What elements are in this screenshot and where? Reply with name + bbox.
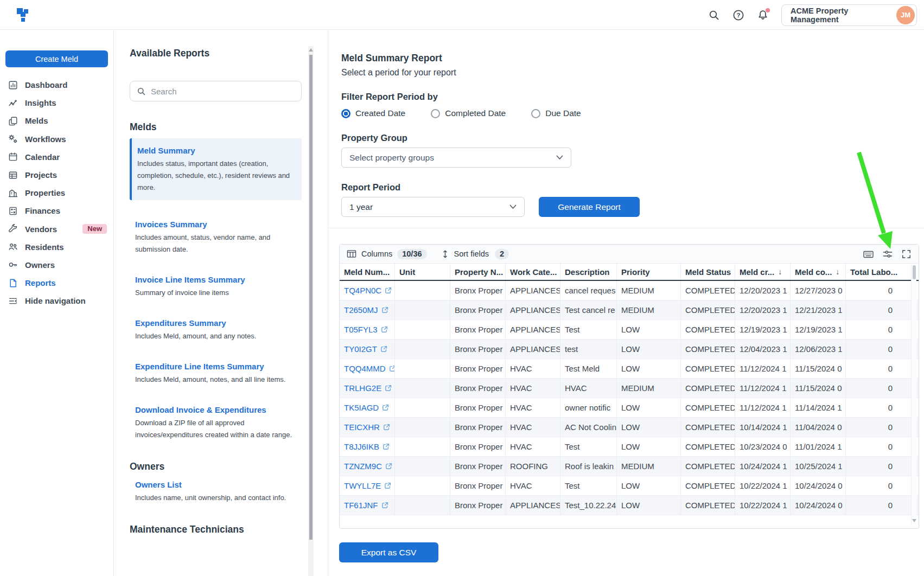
cell: COMPLETED. <box>680 437 735 456</box>
sidebar-item-hide-navigation[interactable]: Hide navigation <box>0 292 113 310</box>
radio-unselected-icon[interactable] <box>431 109 440 118</box>
column-header[interactable]: Work Cate... <box>505 264 560 280</box>
sidebar-item-residents[interactable]: Residents <box>0 238 113 256</box>
cell <box>394 320 450 339</box>
search-icon[interactable] <box>708 9 720 21</box>
sort-fields-label[interactable]: Sort fields <box>454 249 489 258</box>
org-switcher[interactable]: ACME Property Management JM <box>781 4 917 26</box>
sidebar-item-calendar[interactable]: Calendar <box>0 148 113 166</box>
search-input[interactable] <box>151 87 295 96</box>
scroll-down-arrow-icon[interactable] <box>912 519 916 522</box>
radio-created-date[interactable]: Created Date <box>341 108 405 118</box>
meld-link[interactable]: TRLHG2E <box>344 383 392 393</box>
sidebar-item-insights[interactable]: Insights <box>0 94 113 112</box>
scrollbar-thumb[interactable] <box>309 55 313 540</box>
cell: TQQ4MMD <box>340 359 394 378</box>
column-header[interactable]: Property N... <box>450 264 505 280</box>
cell: APPLIANCES <box>505 300 560 319</box>
report-item-invoices-summary[interactable]: Invoices Summary Includes amount, status… <box>130 220 302 255</box>
keyboard-shortcuts-icon[interactable] <box>863 249 874 259</box>
radio-due-date[interactable]: Due Date <box>531 108 581 118</box>
sidebar-item-workflows[interactable]: Workflows <box>0 130 113 148</box>
cell: Bronx Proper <box>450 437 505 456</box>
columns-label[interactable]: Columns <box>361 249 392 258</box>
column-header[interactable]: Unit <box>394 264 450 280</box>
notifications-bell-icon[interactable] <box>757 9 769 21</box>
meld-link[interactable]: TQQ4MMD <box>344 364 394 373</box>
column-header[interactable]: Meld Num... <box>340 264 394 280</box>
meld-link[interactable]: TQ4PN0C <box>344 286 392 295</box>
table-row: T8JJ6IKBBronx ProperHVACTestLOWCOMPLETED… <box>340 437 919 457</box>
cell: COMPLETED. <box>680 340 735 359</box>
cell: COMPLETED. <box>680 457 735 476</box>
meld-link[interactable]: TWYLL7E <box>344 481 391 490</box>
reports-panel-scrollbar[interactable] <box>308 46 314 576</box>
radio-completed-date[interactable]: Completed Date <box>431 108 506 118</box>
workflows-gears-icon <box>8 134 18 144</box>
report-item-expenditure-line-items-summary[interactable]: Expenditure Line Items Summary Includes … <box>130 362 302 386</box>
generate-report-button[interactable]: Generate Report <box>539 197 640 217</box>
sidebar-item-finances[interactable]: Finances <box>0 202 113 220</box>
column-header[interactable]: Priority <box>616 264 680 280</box>
meld-link[interactable]: TK5IAGD <box>344 403 389 412</box>
sidebar-nav: Dashboard Insights Melds Workflows <box>0 76 113 310</box>
avatar[interactable]: JM <box>896 6 915 24</box>
meld-link[interactable]: TZNZM9C <box>344 462 392 471</box>
sidebar-item-properties[interactable]: Properties <box>0 184 113 202</box>
owners-key-icon <box>8 260 18 270</box>
property-meld-logo-icon[interactable] <box>16 7 31 22</box>
cell: TY0I2GT <box>340 340 394 359</box>
meld-link[interactable]: TY0I2GT <box>344 344 387 354</box>
fullscreen-icon[interactable] <box>901 249 912 259</box>
sidebar-item-label: Owners <box>25 260 55 270</box>
cell: HVAC <box>505 476 560 495</box>
column-header[interactable]: Total Labo... <box>845 264 912 280</box>
report-item-meld-summary[interactable]: Meld Summary Includes status, important … <box>130 138 302 200</box>
cell: Bronx Proper <box>450 340 505 359</box>
sidebar-item-vendors[interactable]: Vendors New <box>0 220 113 238</box>
meld-link[interactable]: TEICXHR <box>344 423 390 432</box>
sidebar-item-reports[interactable]: Reports <box>0 274 113 292</box>
table-scrollbar[interactable] <box>911 264 916 524</box>
report-period-select[interactable]: 1 year <box>341 197 525 217</box>
sidebar-item-projects[interactable]: Projects <box>0 166 113 184</box>
view-settings-sliders-icon[interactable] <box>882 249 893 259</box>
meld-link[interactable]: T05FYL3 <box>344 325 388 334</box>
report-item-download-invoice-expenditures[interactable]: Download Invoice & Expenditures Download… <box>130 405 302 441</box>
cell: TWYLL7E <box>340 476 394 495</box>
cell: Test Meld <box>560 359 616 378</box>
meld-link[interactable]: T2650MJ <box>344 305 388 315</box>
export-csv-button[interactable]: Export as CSV <box>339 542 438 562</box>
scroll-up-arrow-icon[interactable] <box>309 48 313 52</box>
report-item-invoice-line-items-summary[interactable]: Invoice Line Items Summary Summary of in… <box>130 275 302 299</box>
sidebar-item-owners[interactable]: Owners <box>0 256 113 274</box>
column-header[interactable]: Meld cr...↓ <box>735 264 790 280</box>
help-icon[interactable]: ? <box>732 9 744 21</box>
report-desc: Summary of invoice line items <box>135 287 298 299</box>
report-item-expenditures-summary[interactable]: Expenditures Summary Includes Meld, amou… <box>130 318 302 342</box>
property-group-select[interactable]: Select property groups <box>341 148 571 168</box>
external-link-icon <box>389 365 394 372</box>
column-header[interactable]: Description <box>560 264 616 280</box>
radio-selected-icon[interactable] <box>341 109 351 118</box>
sort-count-badge[interactable]: 2 <box>495 249 509 259</box>
column-header[interactable]: Meld Status <box>680 264 735 280</box>
external-link-icon <box>381 502 388 509</box>
sidebar-item-label: Reports <box>25 278 56 287</box>
section-heading-maintenance-technicians: Maintenance Technicians <box>130 524 302 535</box>
external-link-icon <box>382 404 389 411</box>
report-item-owners-list[interactable]: Owners List Includes name, unit ownershi… <box>130 480 302 504</box>
column-header[interactable]: Meld co...↓ <box>790 264 845 280</box>
create-meld-button[interactable]: Create Meld <box>5 50 108 67</box>
reports-search[interactable] <box>130 81 302 101</box>
sort-vertical-icon[interactable] <box>441 249 449 259</box>
sidebar-item-melds[interactable]: Melds <box>0 112 113 130</box>
meld-link[interactable]: T8JJ6IKB <box>344 442 390 451</box>
radio-unselected-icon[interactable] <box>531 109 540 118</box>
meld-link[interactable]: TF61JNF <box>344 501 388 510</box>
columns-count-badge[interactable]: 10/36 <box>397 249 426 259</box>
scrollbar-thumb[interactable] <box>913 265 916 279</box>
vendors-wrench-icon <box>8 224 18 234</box>
table-columns-icon[interactable] <box>347 249 356 259</box>
sidebar-item-dashboard[interactable]: Dashboard <box>0 76 113 94</box>
